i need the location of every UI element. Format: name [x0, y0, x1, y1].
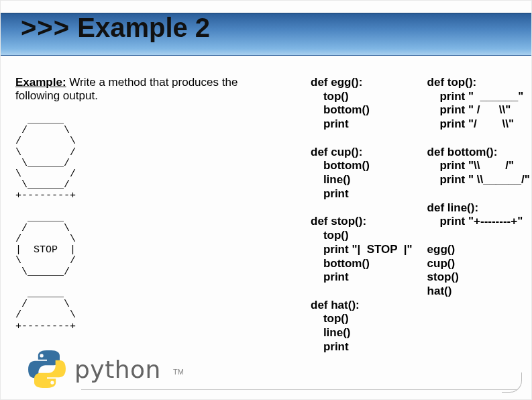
code-columns: def egg(): top() bottom() print def cup(… — [311, 76, 530, 354]
code-column-2: def top(): print " ______" print " / \\"… — [427, 76, 530, 354]
cup-body: bottom() line() print — [311, 159, 370, 199]
stop-def: def stop(): — [311, 215, 366, 228]
trademark-symbol: TM — [173, 368, 184, 376]
egg-body: top() bottom() print — [311, 90, 370, 130]
slide-title: >>> Example 2 — [21, 13, 210, 43]
main-calls: egg() cup() stop() hat() — [427, 243, 459, 297]
example-prompt: Example: Write a method that produces th… — [15, 76, 257, 103]
footer-divider — [81, 389, 517, 390]
python-icon — [28, 350, 66, 389]
top-def: def top(): — [427, 76, 477, 89]
code-column-1: def egg(): top() bottom() print def cup(… — [311, 76, 413, 354]
python-wordmark: python — [74, 356, 161, 383]
python-logo: python TM — [28, 350, 184, 389]
top-body: print " ______" print " / \\" print "/ \… — [427, 90, 524, 130]
hat-def: def hat(): — [311, 299, 360, 311]
bottom-def: def bottom(): — [427, 146, 498, 158]
egg-def: def egg(): — [311, 76, 362, 89]
cup-def: def cup(): — [311, 146, 362, 158]
title-main: Example 2 — [77, 13, 210, 42]
stop-body: top() print "| STOP |" bottom() print — [311, 229, 413, 283]
slide: >>> Example 2 Example: Write a method th… — [0, 0, 532, 400]
example-lead: Example: — [15, 76, 66, 89]
bottom-body: print "\\ /" print " \\______/" — [427, 159, 530, 186]
title-prompt: >>> — [21, 13, 70, 42]
hat-body: top() line() print — [311, 312, 351, 352]
content-area: Example: Write a method that produces th… — [15, 76, 517, 386]
line-def: def line(): — [427, 201, 479, 214]
corner-decoration — [502, 372, 522, 393]
line-body: print "+--------+" — [427, 215, 523, 228]
